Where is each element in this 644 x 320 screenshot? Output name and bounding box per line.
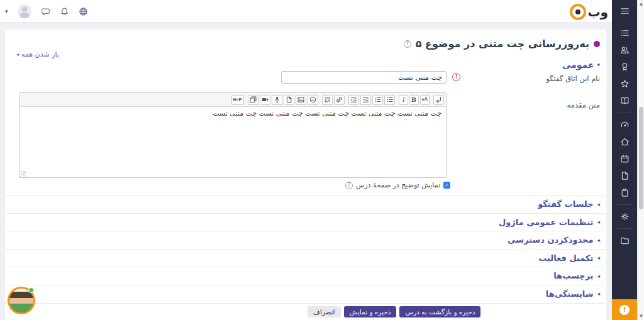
microphone-button[interactable] [272, 95, 282, 105]
copy-button[interactable] [248, 95, 258, 105]
section-label: برچسب‌ها [553, 271, 593, 280]
section-tags[interactable]: ◂ برچسب‌ها [5, 267, 606, 285]
save-return-button[interactable]: ذخیره و بازگشت به درس [399, 306, 480, 317]
chat-name-input[interactable] [281, 71, 447, 84]
main-content-card: به‌روزرسانی چت متنی در موضوع ۵ ? باز شدن… [5, 30, 606, 320]
video-button[interactable] [260, 95, 270, 105]
calendar-icon [620, 154, 630, 163]
show-description-label: نمایش توضیح در صفحهٔ درس [356, 181, 440, 189]
emoji-button[interactable] [308, 95, 318, 105]
user-avatar-icon[interactable] [18, 4, 31, 18]
toolbar-group: H-P [231, 95, 244, 105]
section-label: محدودکردن دسترسی [508, 235, 593, 245]
outdent-button[interactable] [360, 95, 371, 105]
sidebar-divider [617, 228, 632, 229]
unordered-list-button[interactable] [384, 95, 395, 105]
sidebar-item-clipboard[interactable] [612, 184, 637, 201]
cancel-button[interactable]: انصراف [308, 306, 341, 317]
intro-editor: H-P123IB▾A چت متنی تست چت متنی تست چت مت… [19, 92, 447, 178]
html-button[interactable]: H-P [231, 95, 244, 105]
section-label: شایستگی‌ها [546, 289, 594, 299]
section-caret-icon: ◂ [597, 255, 600, 261]
indent-button[interactable] [348, 95, 359, 105]
site-logo[interactable]: وب [570, 2, 608, 22]
image-button[interactable] [296, 95, 306, 105]
mediafile-button[interactable] [284, 95, 294, 105]
expand-all-label: باز شدن همه [21, 50, 59, 58]
sidebar-divider [617, 204, 632, 205]
font-button[interactable]: ▾A [420, 95, 430, 105]
expand-all-link[interactable]: باز شدن همه ◂ [16, 50, 59, 58]
sidebar-divider [617, 113, 632, 113]
form-footer: ذخیره و بازگشت به درس ذخیره و نمایش انصر… [5, 303, 606, 320]
editor-text: چت متنی تست چت متنی تست چت متنی تست چت م… [213, 109, 441, 118]
scroll-up-icon[interactable]: ▲ [638, 1, 644, 6]
section-competencies[interactable]: ◂ شایستگی‌ها [5, 285, 606, 303]
side-nav: ! [612, 0, 637, 320]
editor-content[interactable]: چت متنی تست چت متنی تست چت متنی تست چت م… [19, 107, 446, 177]
page-title: به‌روزرسانی چت متنی در موضوع ۵ ? [404, 38, 600, 50]
section-general-header[interactable]: ▾ عمومی [562, 60, 600, 70]
chat-bubble-icon[interactable] [41, 7, 50, 16]
editor-resize-handle[interactable] [20, 171, 26, 177]
top-header: ▾ وب [0, 0, 612, 23]
svg-text:3: 3 [375, 100, 377, 103]
save-display-button[interactable]: ذخیره و نمایش [344, 306, 397, 317]
collapsed-sections: ◂ جلسات گفتگو ◂ تنظیمات عمومی ماژول ◂ مح… [5, 195, 606, 302]
sidebar-item-gear[interactable] [612, 208, 637, 225]
link-button[interactable] [334, 95, 345, 105]
scrollbar-thumb[interactable] [639, 107, 643, 209]
page-scrollbar[interactable]: ▲ ▼ [637, 0, 644, 320]
gear-icon [620, 212, 630, 221]
bold-button[interactable]: B [409, 95, 419, 105]
sidebar-item-folder[interactable] [612, 232, 637, 249]
section-label: تنظیمات عمومی ماژول [499, 218, 594, 227]
clipboard-icon [620, 188, 630, 197]
chat-name-label: نام این اتاق گفتگو [546, 74, 600, 83]
unlink-button[interactable] [322, 95, 333, 105]
sidebar-item-list[interactable] [612, 25, 637, 41]
home-icon [620, 137, 630, 146]
folder-icon [620, 236, 630, 245]
help-button[interactable]: ! [612, 299, 637, 320]
section-label: تکمیل فعالیت [538, 253, 593, 263]
expand-all-caret-icon: ◂ [16, 52, 19, 57]
general-label: عمومی [562, 60, 594, 70]
title-help-icon[interactable]: ? [404, 40, 411, 48]
section-caret-icon: ◂ [597, 237, 600, 243]
intro-label: متن مقدمه [567, 101, 600, 109]
sidebar-item-gauge[interactable] [612, 116, 637, 133]
sidebar-item-home[interactable] [612, 133, 637, 150]
scroll-down-icon[interactable]: ▼ [638, 314, 644, 319]
toolbar-group [248, 95, 318, 105]
section-restrict-access[interactable]: ◂ محدودکردن دسترسی [5, 231, 606, 249]
section-caret-icon: ◂ [597, 273, 600, 279]
book-icon [620, 96, 630, 106]
sidebar-item-badge[interactable] [612, 58, 637, 75]
menu-icon [619, 6, 630, 16]
ordered-list-button[interactable]: 123 [372, 95, 383, 105]
section-chat-sessions[interactable]: ◂ جلسات گفتگو [5, 195, 606, 213]
globe-icon[interactable] [79, 7, 88, 16]
sidebar-item-menu[interactable] [612, 3, 637, 19]
sidebar-item-star[interactable] [612, 75, 637, 92]
undo-button[interactable] [433, 95, 444, 105]
page: { "header": { "logo_text": "وب", "icons"… [0, 0, 644, 320]
show-description-row: ✓ نمایش توضیح در صفحهٔ درس ? [345, 181, 450, 189]
caret-down-icon[interactable]: ▾ [5, 8, 8, 14]
sidebar-item-file[interactable] [612, 167, 637, 184]
participants-icon [620, 45, 630, 55]
section-module-settings[interactable]: ◂ تنظیمات عمومی ماژول [5, 213, 606, 231]
support-chat-avatar[interactable] [8, 287, 35, 314]
section-activity-completion[interactable]: ◂ تکمیل فعالیت [5, 249, 606, 267]
italic-button[interactable]: I [399, 95, 408, 105]
sidebar-item-participants[interactable] [612, 41, 637, 58]
star-icon [620, 79, 630, 89]
sidebar-item-book[interactable] [612, 92, 637, 109]
bell-icon[interactable] [60, 7, 69, 16]
editor-toolbar: H-P123IB▾A [19, 93, 446, 107]
sidebar-item-calendar[interactable] [612, 150, 637, 167]
show-description-checkbox[interactable]: ✓ [443, 182, 450, 189]
show-description-help-icon[interactable]: ? [345, 182, 353, 189]
toolbar-group [433, 95, 444, 105]
